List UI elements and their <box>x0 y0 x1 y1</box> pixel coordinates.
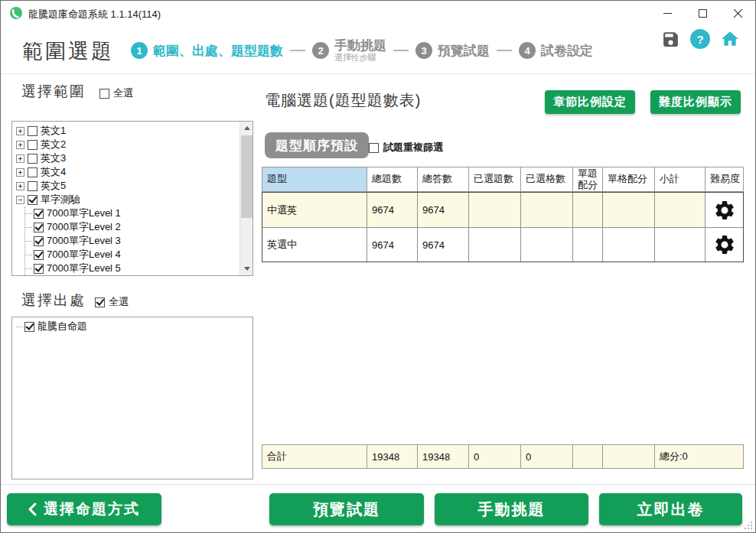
tree-child-item[interactable]: 7000單字Level 2 <box>25 220 239 234</box>
tree-child-item[interactable]: 7000單字Level 5 <box>25 262 239 275</box>
row-total-answers-cell: 9674 <box>417 227 468 262</box>
row-type-cell: 英選中 <box>262 227 367 262</box>
expand-icon[interactable] <box>16 154 24 163</box>
row-settings-gear-button[interactable] <box>705 193 743 227</box>
home-icon[interactable] <box>720 29 740 49</box>
step-4[interactable]: 4 試卷設定 <box>519 42 593 60</box>
preview-questions-button[interactable]: 預覽試題 <box>269 493 424 525</box>
tree-guide <box>25 241 32 242</box>
save-icon[interactable] <box>661 30 680 49</box>
total-selected-cells-cell: 0 <box>520 445 572 468</box>
tree-checkbox[interactable] <box>24 322 34 332</box>
tree-item-label: 7000單字Level 1 <box>47 206 121 220</box>
range-select-all-label: 全選 <box>113 86 133 100</box>
range-select-all-checkbox[interactable] <box>99 89 109 99</box>
tree-checkbox[interactable] <box>28 126 37 136</box>
total-question-score-cell <box>572 445 602 468</box>
tree-checkbox[interactable] <box>34 223 44 232</box>
step-3[interactable]: 3 預覽試題 <box>415 42 490 60</box>
tree-checkbox[interactable] <box>34 209 44 219</box>
step-1[interactable]: 1 範圍、出處、題型題數 <box>131 42 283 60</box>
step-1-label: 範圍、出處、題型題數 <box>153 42 283 60</box>
tree-checkbox[interactable] <box>28 167 37 177</box>
row-cell-score-cell[interactable] <box>602 227 654 262</box>
duplicate-filter-label: 試題重複篩選 <box>383 141 443 154</box>
tree-item-label: 龍騰自命題 <box>37 320 87 333</box>
row-total-questions-cell: 9674 <box>367 227 417 262</box>
step-2-sublabel: 選擇性步驟 <box>334 53 386 63</box>
chapter-ratio-button[interactable]: 章節比例設定 <box>545 90 635 114</box>
maximize-button[interactable] <box>685 1 720 25</box>
expand-icon[interactable] <box>16 182 24 190</box>
total-questions-cell: 19348 <box>367 445 417 468</box>
total-label-cell: 合計 <box>262 445 367 468</box>
row-selected-cells-cell[interactable] <box>520 193 572 227</box>
range-tree-scrollbar[interactable] <box>240 122 253 275</box>
tree-child-item[interactable]: 7000單字Level 1 <box>25 206 239 220</box>
generate-paper-button[interactable]: 立即出卷 <box>599 493 742 525</box>
minimize-button[interactable] <box>650 1 685 25</box>
tree-item[interactable]: 英文3 <box>16 151 239 165</box>
tree-item[interactable]: 英文1 <box>16 124 239 138</box>
gear-icon <box>713 199 736 222</box>
scroll-down-icon[interactable] <box>240 262 253 275</box>
source-select-all-checkbox[interactable] <box>95 297 105 307</box>
resize-grip[interactable] <box>745 522 752 529</box>
question-type-table-rows: 中選英 9674 9674 英選中 9674 9674 <box>262 192 744 262</box>
step-2-number: 2 <box>312 42 329 59</box>
step-connector <box>497 50 512 51</box>
row-question-score-cell[interactable] <box>572 193 602 227</box>
range-select-all[interactable]: 全選 <box>99 86 133 100</box>
tree-item-label: 7000單字Level 3 <box>47 234 121 248</box>
collapse-icon[interactable] <box>16 196 24 204</box>
tree-checkbox[interactable] <box>34 250 44 260</box>
total-score-cell: 總分:0 <box>654 445 743 468</box>
tree-checkbox[interactable] <box>28 140 37 150</box>
range-tree: 英文1 英文2 英文3 英文4 英文5 <box>11 121 253 276</box>
expand-icon[interactable] <box>16 127 24 135</box>
tree-checkbox[interactable] <box>34 236 44 246</box>
manual-pick-button[interactable]: 手動挑題 <box>435 493 588 525</box>
tree-item[interactable]: 英文2 <box>16 138 239 151</box>
tree-child-item[interactable]: 7000單字Level 4 <box>25 248 239 262</box>
tree-child-item[interactable]: 7000單字Level 3 <box>25 234 239 248</box>
row-cell-score-cell[interactable] <box>602 193 654 227</box>
header-cell: 單格配分 <box>602 167 654 191</box>
close-button[interactable] <box>720 1 755 25</box>
back-button[interactable]: 選擇命題方式 <box>7 493 161 525</box>
duplicate-filter-checkbox[interactable] <box>369 143 379 153</box>
step-connector <box>290 50 305 51</box>
source-select-all[interactable]: 全選 <box>95 295 129 309</box>
tree-item-label: 英文2 <box>41 138 66 151</box>
type-order-button[interactable]: 題型順序預設 <box>265 132 369 158</box>
row-selected-cells-cell[interactable] <box>520 227 572 262</box>
tree-item[interactable]: 龍騰自命題 <box>16 320 253 333</box>
row-question-score-cell[interactable] <box>572 227 602 262</box>
difficulty-ratio-button[interactable]: 難度比例顯示 <box>650 90 741 114</box>
scroll-thumb[interactable] <box>241 135 253 218</box>
tree-item-label: 英文4 <box>41 165 66 179</box>
row-selected-questions-cell[interactable] <box>468 227 520 262</box>
header-cell: 單題配分 <box>572 167 602 191</box>
step-2[interactable]: 2 手動挑題 選擇性步驟 <box>312 38 386 63</box>
expand-icon[interactable] <box>16 168 24 177</box>
header-cell: 總題數 <box>367 167 417 191</box>
duplicate-filter[interactable]: 試題重複篩選 <box>369 140 443 155</box>
tree-item[interactable]: 英文4 <box>16 165 239 179</box>
tree-checkbox[interactable] <box>28 195 37 205</box>
tree-item-expanded[interactable]: 單字測驗 <box>16 193 239 206</box>
help-icon[interactable]: ? <box>690 29 710 49</box>
tree-guide <box>25 213 32 214</box>
row-selected-questions-cell[interactable] <box>468 193 520 227</box>
header-cell: 已選題數 <box>468 167 520 191</box>
expand-icon[interactable] <box>16 141 24 149</box>
tree-checkbox[interactable] <box>28 181 37 191</box>
tree-checkbox[interactable] <box>28 154 37 164</box>
scroll-up-icon[interactable] <box>240 122 253 135</box>
tree-checkbox[interactable] <box>34 264 44 274</box>
step-navigation: 1 範圍、出處、題型題數 2 手動挑題 選擇性步驟 3 預覽試題 4 試卷設定 <box>131 31 593 70</box>
source-tree: 龍騰自命題 <box>11 317 253 479</box>
tree-guide <box>16 327 23 327</box>
tree-item[interactable]: 英文5 <box>16 179 239 193</box>
row-settings-gear-button[interactable] <box>705 227 743 262</box>
